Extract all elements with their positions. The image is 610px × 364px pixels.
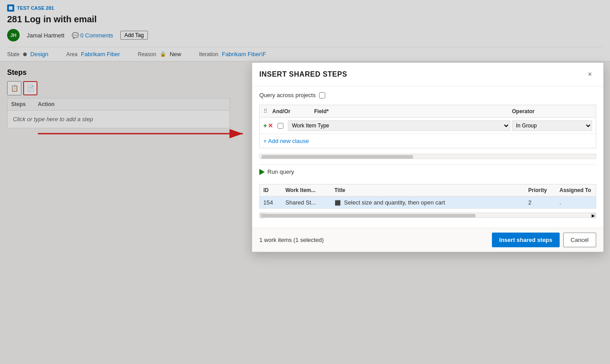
row-assigned: . xyxy=(556,196,596,209)
row-title: ⬛ Select size and quantity, then open ca… xyxy=(331,196,525,209)
dialog-header: INSERT SHARED STEPS × xyxy=(252,63,603,86)
dialog-footer: 1 work items (1 selected) Insert shared … xyxy=(252,228,603,252)
field-col-header: Field* xyxy=(314,108,510,115)
query-header-row: ⠿ And/Or Field* Operator xyxy=(260,105,596,118)
field-select-container: Work Item Type xyxy=(288,120,510,131)
query-clause-row: + ✕ Work Item Type In Group xyxy=(260,118,596,134)
drag-col-header: ⠿ xyxy=(263,108,270,115)
row-id: 154 xyxy=(260,196,282,209)
row-priority: 2 xyxy=(525,196,556,209)
results-table-body: 154 Shared St... ⬛ Select size and quant… xyxy=(260,196,596,209)
row-worktype: Shared St... xyxy=(282,196,331,209)
h-scrollbar-thumb xyxy=(262,214,475,217)
insert-shared-steps-dialog: INSERT SHARED STEPS × Query across proje… xyxy=(252,62,604,252)
delete-clause-icon[interactable]: ✕ xyxy=(268,122,273,129)
results-table-header: ID Work Item... Title Priority Assigned … xyxy=(260,184,596,196)
run-query-row: Run query xyxy=(259,164,596,179)
operator-col-header: Operator xyxy=(512,108,592,115)
query-horizontal-scrollbar[interactable] xyxy=(259,154,596,159)
col-id-header: ID xyxy=(260,184,282,196)
dialog-body: Query across projects ⠿ And/Or Field* Op… xyxy=(252,86,603,228)
andor-col-header: And/Or xyxy=(272,108,312,115)
scrollbar-thumb xyxy=(262,155,413,159)
query-across-row: Query across projects xyxy=(259,92,596,98)
scrollbar-right-arrow[interactable]: ▶ xyxy=(590,213,596,218)
query-across-checkbox[interactable] xyxy=(319,92,325,98)
add-new-clause-btn[interactable]: + Add new clause xyxy=(260,134,596,148)
operator-select-container: In Group xyxy=(512,120,592,131)
clause-checkbox[interactable] xyxy=(278,123,283,129)
dialog-title: INSERT SHARED STEPS xyxy=(259,70,347,78)
col-worktype-header: Work Item... xyxy=(282,184,331,196)
footer-actions: Insert shared steps Cancel xyxy=(492,233,596,247)
results-table: ID Work Item... Title Priority Assigned … xyxy=(259,184,596,209)
query-builder: ⠿ And/Or Field* Operator + ✕ Work Item T… xyxy=(259,105,596,148)
results-horizontal-scrollbar[interactable]: ◀ ▶ xyxy=(259,213,596,218)
run-icon xyxy=(259,169,265,175)
results-count: 1 work items (1 selected) xyxy=(259,237,324,243)
dialog-close-button[interactable]: × xyxy=(584,68,596,81)
add-clause-icon[interactable]: + xyxy=(263,122,267,129)
cancel-button[interactable]: Cancel xyxy=(563,233,596,247)
col-assigned-header: Assigned To xyxy=(556,184,596,196)
field-select[interactable]: Work Item Type xyxy=(288,120,510,131)
work-item-type-icon: ⬛ xyxy=(335,200,341,205)
clause-icons: + ✕ xyxy=(263,122,273,129)
col-priority-header: Priority xyxy=(525,184,556,196)
col-title-header: Title xyxy=(331,184,525,196)
operator-select[interactable]: In Group xyxy=(512,120,592,131)
run-query-button[interactable]: Run query xyxy=(259,168,294,175)
insert-shared-steps-confirm-button[interactable]: Insert shared steps xyxy=(492,233,559,247)
query-across-label: Query across projects xyxy=(259,92,315,98)
table-row[interactable]: 154 Shared St... ⬛ Select size and quant… xyxy=(260,196,596,209)
